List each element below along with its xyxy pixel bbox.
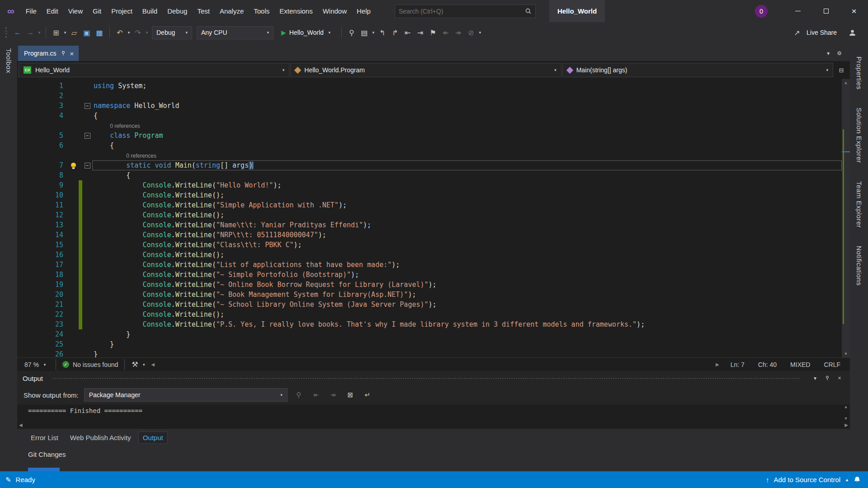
active-files-dropdown-icon[interactable]: ▾ [827, 50, 830, 56]
next-message-icon[interactable]: ↠ [327, 391, 339, 399]
menu-window[interactable]: Window [318, 0, 352, 22]
start-debugging-button[interactable]: ▶ Hello_World ▾ [276, 29, 338, 36]
rail-tab-team-explorer[interactable]: Team Explorer [855, 181, 863, 228]
scroll-right-icon[interactable]: ▶ [844, 422, 848, 427]
menu-test[interactable]: Test [192, 0, 215, 22]
caret-line-indicator[interactable]: Ln: 7 [724, 361, 751, 368]
editor-horizontal-scrollbar[interactable]: ◀ ▶ [151, 362, 719, 367]
close-button[interactable]: × [840, 0, 868, 22]
parameter-info-icon[interactable]: ▤ [358, 28, 371, 37]
code-cleanup-icon[interactable]: ⚒ [128, 360, 141, 369]
next-bookmark-icon[interactable]: ↠ [452, 28, 465, 37]
toggle-word-wrap-icon[interactable]: ↵ [362, 391, 373, 399]
menu-tools[interactable]: Tools [249, 0, 274, 22]
rail-tab-solution-explorer[interactable]: Solution Explorer [855, 108, 863, 163]
scrollbar-track[interactable] [155, 364, 716, 366]
menu-help[interactable]: Help [352, 0, 376, 22]
menu-file[interactable]: File [21, 0, 42, 22]
pin-icon[interactable] [825, 375, 830, 381]
collapse-region-icon[interactable]: − [85, 133, 90, 139]
minimize-button[interactable] [784, 0, 812, 22]
toolbar-grip[interactable] [5, 27, 7, 38]
word-completion-icon[interactable]: ↱ [389, 28, 401, 37]
code-health-indicator[interactable]: ✓ No issues found [60, 361, 121, 368]
previous-message-icon[interactable]: ↞ [310, 391, 322, 399]
search-input[interactable] [399, 8, 525, 15]
new-project-dropdown-icon[interactable]: ▾ [62, 30, 68, 35]
codelens-references-link[interactable]: 0 references [110, 123, 140, 129]
scroll-left-icon[interactable]: ◀ [151, 362, 155, 367]
clear-bookmarks-icon[interactable]: ⊘ [465, 28, 477, 37]
navigate-forward-icon[interactable]: → [24, 28, 37, 37]
scroll-up-icon[interactable]: ▲ [844, 79, 848, 86]
save-icon[interactable]: ▣ [80, 28, 93, 37]
split-window-icon[interactable]: ⊟ [834, 67, 849, 74]
maximize-button[interactable] [812, 0, 840, 22]
close-tab-icon[interactable]: × [70, 50, 74, 57]
rail-tab-properties[interactable]: Properties [855, 56, 863, 89]
collapse-region-icon[interactable]: − [85, 163, 90, 169]
pin-icon[interactable] [61, 51, 66, 56]
collapse-region-icon[interactable]: − [85, 103, 90, 109]
tab-program-cs[interactable]: Program.cs × [18, 46, 79, 61]
panel-tab-error-list[interactable]: Error List [26, 432, 63, 444]
decrease-indent-icon[interactable]: ⇤ [401, 28, 414, 37]
panel-tab-web-publish-activity[interactable]: Web Publish Activity [66, 432, 136, 444]
search-icon[interactable] [525, 8, 532, 14]
menu-analyze[interactable]: Analyze [215, 0, 249, 22]
scroll-down-icon[interactable]: ▼ [844, 350, 848, 357]
clear-all-output-icon[interactable]: ⊠ [344, 391, 356, 399]
previous-bookmark-icon[interactable]: ↞ [439, 28, 452, 37]
search-box[interactable] [395, 5, 536, 18]
solution-platforms-dropdown[interactable]: Any CPU ▾ [197, 26, 274, 39]
redo-dropdown-icon[interactable]: ▾ [144, 30, 150, 35]
code-cleanup-dropdown-icon[interactable]: ▾ [141, 362, 146, 367]
menu-build[interactable]: Build [137, 0, 162, 22]
rail-tab-toolbox[interactable]: Toolbox [5, 48, 13, 73]
navigate-forward-dropdown-icon[interactable]: ▾ [37, 30, 42, 35]
menu-edit[interactable]: Edit [42, 0, 63, 22]
feedback-icon[interactable] [849, 29, 856, 37]
caret-column-indicator[interactable]: Ch: 40 [751, 361, 783, 368]
save-all-icon[interactable]: ▦ [93, 28, 106, 37]
solution-configurations-dropdown[interactable]: Debug ▾ [152, 26, 192, 39]
panel-tab-output[interactable]: Output [138, 432, 168, 444]
scroll-down-icon[interactable]: ▼ [844, 416, 847, 421]
menu-debug[interactable]: Debug [162, 0, 192, 22]
quick-info-icon[interactable]: ↰ [376, 28, 389, 37]
scroll-right-icon[interactable]: ▶ [716, 362, 719, 367]
menu-view[interactable]: View [63, 0, 88, 22]
member-dropdown[interactable]: Main(string[] args) ▾ [562, 63, 833, 77]
redo-icon[interactable]: ↷ [132, 28, 144, 37]
live-share-button[interactable]: ↗ Live Share [786, 28, 841, 37]
project-dropdown[interactable]: C# Hello_World ▾ [19, 63, 289, 77]
output-horizontal-scrollbar[interactable]: ◀ ▶ [17, 421, 850, 429]
code-editor[interactable]: 1using System;23−namespace Hello_World4{… [17, 79, 850, 357]
new-project-icon[interactable]: ⊞ [50, 28, 62, 37]
gear-icon[interactable]: ⚙ [837, 50, 842, 56]
panel-drag-handle[interactable] [52, 377, 801, 380]
account-avatar[interactable]: 0 [755, 5, 768, 18]
add-to-source-control-button[interactable]: Add to Source Control [774, 476, 840, 483]
scroll-up-icon[interactable]: ▲ [844, 404, 847, 409]
line-ending-indicator[interactable]: CRLF [817, 361, 847, 368]
chevron-up-icon[interactable]: ▲ [845, 478, 849, 482]
close-output-icon[interactable]: × [835, 375, 844, 381]
find-message-in-code-icon[interactable]: ⚲ [293, 391, 305, 399]
codelens-references-link[interactable]: 0 references [126, 153, 156, 159]
output-window-menu-icon[interactable]: ▾ [810, 375, 820, 381]
menu-project[interactable]: Project [106, 0, 137, 22]
undo-icon[interactable]: ↶ [113, 28, 126, 37]
type-dropdown[interactable]: Hello_World.Program ▾ [290, 63, 561, 77]
open-file-icon[interactable]: ▱ [68, 28, 80, 37]
notifications-bell-icon[interactable] [854, 476, 861, 483]
rail-tab-notifications[interactable]: Notifications [855, 246, 863, 286]
navigate-backward-icon[interactable]: ← [11, 28, 24, 37]
chevron-down-icon[interactable]: ▾ [327, 30, 332, 35]
indentation-indicator[interactable]: MIXED [783, 361, 817, 368]
editor-vertical-scrollbar[interactable]: ▲ ▼ [842, 79, 850, 357]
output-body[interactable]: ▲ ▼ ========== Finished ========== [17, 404, 850, 421]
toggle-bookmark-icon[interactable]: ⚑ [427, 28, 439, 37]
increase-indent-icon[interactable]: ⇥ [414, 28, 427, 37]
parameter-info-dropdown-icon[interactable]: ▾ [371, 30, 376, 35]
